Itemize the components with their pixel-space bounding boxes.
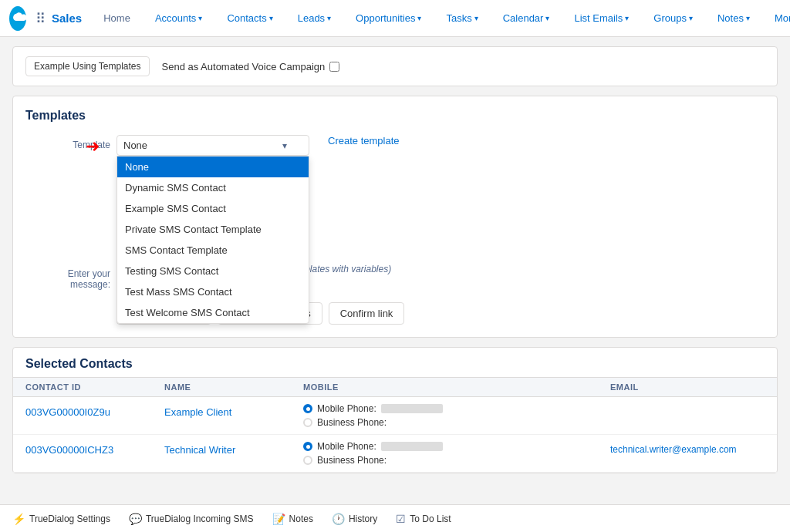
mobile-phone-label-2: Mobile Phone:	[317, 441, 376, 452]
dropdown-item-none[interactable]: None	[117, 157, 309, 177]
mobile-phone-row-2: Mobile Phone:	[303, 441, 610, 452]
mobile-radio-1[interactable]	[303, 404, 312, 413]
notes-label: Notes	[289, 513, 313, 524]
contacts-section-title: Selected Contacts	[13, 348, 777, 378]
send-automated-section: Send as Automated Voice Campaign	[162, 61, 340, 72]
send-automated-checkbox[interactable]	[329, 62, 339, 72]
nav-more[interactable]: More▾	[765, 6, 790, 32]
grid-icon[interactable]: ⠿	[35, 10, 46, 27]
nav-accounts[interactable]: Accounts▾	[146, 6, 211, 32]
lightning-icon: ⚡	[12, 513, 25, 525]
mobile-radio-2[interactable]	[303, 442, 312, 451]
chat-icon: 💬	[129, 513, 142, 525]
dropdown-item-test-welcome[interactable]: Test Welcome SMS Contact	[117, 302, 309, 323]
business-phone-row-2: Business Phone:	[303, 455, 610, 466]
create-template-link[interactable]: Create template	[328, 135, 400, 146]
dropdown-item-test-mass[interactable]: Test Mass SMS Contact	[117, 281, 309, 302]
col-name: NAME	[164, 382, 303, 392]
email-1	[610, 403, 765, 406]
history-icon: 🕐	[332, 513, 345, 525]
mobile-cell-2: Mobile Phone: Business Phone:	[303, 441, 610, 466]
enter-message-label: Enter your message:	[25, 264, 110, 290]
truedialog-settings[interactable]: ⚡ TrueDialog Settings	[12, 513, 110, 525]
todo-icon: ☑	[396, 513, 406, 525]
dropdown-item-example-sms[interactable]: Example SMS Contact	[117, 198, 309, 219]
salesforce-logo	[9, 6, 26, 31]
dropdown-item-private-sms[interactable]: Private SMS Contact Template	[117, 219, 309, 240]
template-select-wrapper: None ▾ None Dynamic SMS Contact Example …	[116, 135, 309, 156]
history-bottom[interactable]: 🕐 History	[332, 513, 377, 525]
business-radio-2[interactable]	[303, 456, 312, 465]
notes-bottom[interactable]: 📝 Notes	[272, 513, 313, 525]
templates-title: Templates	[25, 109, 765, 123]
template-select[interactable]: None ▾	[116, 135, 309, 156]
contacts-section: Selected Contacts CONTACT ID NAME MOBILE…	[12, 347, 778, 473]
example-using-templates-button[interactable]: Example Using Templates	[25, 56, 150, 76]
arrow-indicator: ➜	[86, 136, 100, 157]
notes-icon: 📝	[272, 513, 285, 525]
confirm-link-button[interactable]: Confirm link	[329, 302, 405, 325]
dropdown-item-dynamic-sms[interactable]: Dynamic SMS Contact	[117, 177, 309, 198]
template-row: Template ➜ None ▾ None Dynamic SMS Conta…	[25, 135, 765, 156]
app-name: Sales	[52, 12, 82, 25]
email-2[interactable]: technical.writer@example.com	[610, 441, 765, 455]
nav-home[interactable]: Home	[94, 6, 140, 32]
nav-contacts[interactable]: Contacts▾	[218, 6, 282, 32]
table-row: 003VG00000ICHZ3 Technical Writer Mobile …	[13, 435, 777, 473]
todo-list-bottom[interactable]: ☑ To Do List	[396, 513, 451, 525]
template-dropdown: None Dynamic SMS Contact Example SMS Con…	[116, 156, 309, 324]
contact-id-2[interactable]: 003VG00000ICHZ3	[25, 441, 164, 456]
business-phone-label-2: Business Phone:	[317, 455, 387, 466]
incoming-sms-label: TrueDialog Incoming SMS	[146, 513, 254, 524]
nav-opportunities[interactable]: Opportunities▾	[346, 6, 430, 32]
col-contact-id: CONTACT ID	[25, 382, 164, 392]
business-phone-row-1: Business Phone:	[303, 417, 610, 428]
col-email: EMAIL	[610, 382, 765, 392]
nav-groups[interactable]: Groups▾	[644, 6, 702, 32]
selected-value: None	[123, 140, 147, 151]
nav-tasks[interactable]: Tasks▾	[437, 6, 487, 32]
business-radio-1[interactable]	[303, 418, 312, 427]
contact-id-1[interactable]: 003VG00000I0Z9u	[25, 403, 164, 418]
table-header: CONTACT ID NAME MOBILE EMAIL	[13, 378, 777, 397]
truedialog-incoming-sms[interactable]: 💬 TrueDialog Incoming SMS	[129, 513, 254, 525]
mobile-phone-value-2	[381, 442, 443, 451]
table-row: 003VG00000I0Z9u Example Client Mobile Ph…	[13, 397, 777, 435]
chevron-down-icon: ▾	[282, 140, 287, 151]
bottom-bar: ⚡ TrueDialog Settings 💬 TrueDialog Incom…	[0, 504, 790, 532]
contact-name-1[interactable]: Example Client	[164, 403, 303, 418]
history-label: History	[349, 513, 377, 524]
truedialog-settings-label: TrueDialog Settings	[29, 513, 110, 524]
mobile-phone-row-1: Mobile Phone:	[303, 403, 610, 414]
business-phone-label-1: Business Phone:	[317, 417, 387, 428]
nav-leads[interactable]: Leads▾	[289, 6, 340, 32]
mobile-phone-value-1	[381, 404, 443, 413]
col-mobile: MOBILE	[303, 382, 610, 392]
main-content: Example Using Templates Send as Automate…	[0, 37, 790, 504]
nav-calendar[interactable]: Calendar▾	[494, 6, 559, 32]
top-navigation: ⠿ Sales Home Accounts▾ Contacts▾ Leads▾ …	[0, 0, 790, 37]
dropdown-item-testing-sms[interactable]: Testing SMS Contact	[117, 261, 309, 281]
nav-list-emails[interactable]: List Emails▾	[565, 6, 638, 32]
contact-name-2[interactable]: Technical Writer	[164, 441, 303, 456]
nav-notes[interactable]: Notes▾	[708, 6, 759, 32]
mobile-cell-1: Mobile Phone: Business Phone:	[303, 403, 610, 428]
dropdown-item-sms-contact[interactable]: SMS Contact Template	[117, 240, 309, 261]
templates-section: Templates Template ➜ None ▾ None Dynamic…	[12, 96, 778, 338]
mobile-phone-label-1: Mobile Phone:	[317, 403, 376, 414]
top-section: Example Using Templates Send as Automate…	[12, 46, 778, 86]
todo-label: To Do List	[410, 513, 451, 524]
send-automated-label: Send as Automated Voice Campaign	[162, 61, 326, 72]
